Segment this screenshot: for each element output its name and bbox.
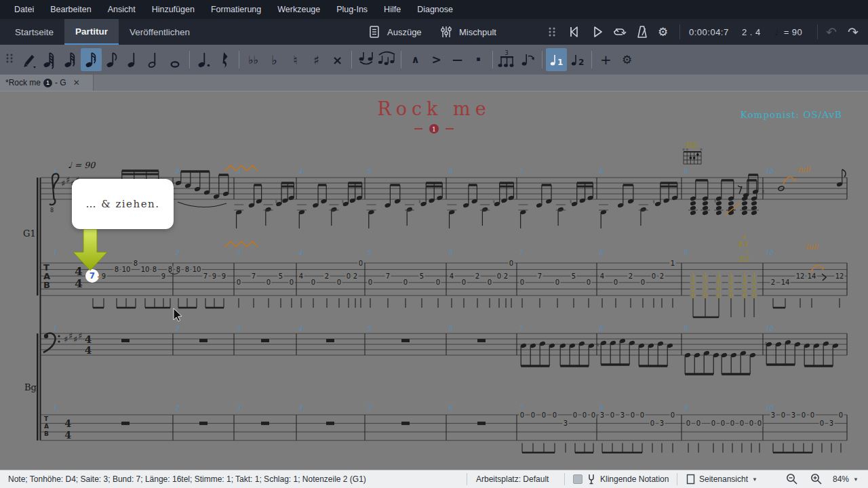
note-input-settings-button[interactable]: ⚙ (616, 48, 637, 71)
chord-diagram: E1ooo (682, 141, 702, 164)
double-sharp-button[interactable]: × (327, 48, 348, 71)
mixer-label: Mischpult (459, 27, 496, 37)
duration-quarter-button[interactable] (123, 48, 144, 71)
bend-label: full (806, 243, 819, 251)
tenuto-button[interactable]: — (447, 48, 468, 71)
svg-text:2: 2 (175, 249, 180, 256)
loop-button[interactable] (612, 19, 627, 45)
slur-button[interactable] (376, 48, 397, 71)
note-input-grip[interactable] (5, 52, 15, 67)
tab-number: 2 (629, 272, 633, 280)
svg-text:7: 7 (519, 167, 524, 175)
selected-note: 79 (85, 269, 107, 283)
tab-number: 0 (740, 420, 744, 427)
score-canvas[interactable]: 1111222233334444555566667777888899991010… (0, 92, 868, 470)
svg-text:o: o (682, 147, 684, 151)
menu-datei[interactable]: Datei (7, 2, 41, 17)
tuplet-button[interactable]: 3 (496, 48, 517, 71)
svg-text:10: 10 (765, 325, 774, 332)
tab-startseite[interactable]: Startseite (4, 19, 64, 45)
augmentation-dot-button[interactable] (193, 48, 214, 71)
marcato-button[interactable]: ∧ (405, 48, 426, 71)
tab-number: 0 (717, 292, 721, 300)
tab-number: 0 (520, 279, 524, 286)
duration-whole-button[interactable] (165, 48, 186, 71)
voice-2-button[interactable]: 2 (567, 48, 588, 71)
play-button[interactable] (590, 19, 605, 45)
svg-text:♮: ♮ (570, 199, 572, 205)
statusbar-separator (677, 473, 677, 485)
tab-number: 0 (820, 420, 824, 427)
menu-bearbeiten[interactable]: Bearbeiten (43, 2, 98, 17)
zoom-out-button[interactable] (785, 470, 799, 488)
playback-grip[interactable] (548, 19, 556, 45)
svg-text:8: 8 (50, 207, 54, 214)
mixer-button[interactable]: Mischpult (438, 19, 496, 45)
excerpts-button[interactable]: Auszüge (366, 19, 422, 45)
duration-half-button[interactable] (144, 48, 165, 71)
menu-formatierung[interactable]: Formatierung (203, 2, 269, 17)
tab-partitur[interactable]: Partitur (64, 19, 119, 45)
metronome-button[interactable] (635, 19, 650, 45)
add-button[interactable]: + (595, 48, 616, 71)
bass-notes: ♮♮ (121, 338, 839, 425)
svg-text:♮: ♮ (714, 198, 716, 205)
voice-1-button[interactable]: 1 (546, 48, 567, 71)
duration-16th-button[interactable] (81, 48, 102, 71)
svg-text:Bg: Bg (24, 382, 37, 392)
tab-number: 0 (640, 411, 644, 419)
rewind-button[interactable] (567, 19, 582, 45)
whole-rest (326, 339, 334, 342)
tab-number: 0 (614, 279, 618, 286)
accent-button[interactable]: > (426, 48, 447, 71)
zoom-in-button[interactable] (810, 470, 823, 488)
zoom-level[interactable]: 84% ▼ (833, 470, 859, 488)
svg-text:1: 1 (692, 143, 695, 148)
tab-number: 0 (631, 411, 635, 419)
playback-tempo[interactable]: ♩ = 90 (774, 19, 802, 45)
menu-werkzeuge[interactable]: Werkzeuge (270, 2, 328, 17)
duration-8th-button[interactable] (102, 48, 123, 71)
tab-number: 2 (660, 272, 664, 280)
note-input-pencil-button[interactable] (18, 48, 39, 71)
rest-button[interactable] (214, 48, 235, 71)
flat-button[interactable]: ♭ (264, 48, 285, 71)
document-tab[interactable]: *Rock me 1 - G ✕ (0, 75, 94, 91)
svg-text:A: A (44, 423, 49, 430)
natural-button[interactable]: ♮ (285, 48, 306, 71)
double-flat-button[interactable]: ♭♭ (243, 48, 264, 71)
sharp-button[interactable]: ♯ (306, 48, 327, 71)
menu-plugins[interactable]: Plug-Ins (329, 2, 375, 17)
tie-button[interactable] (355, 48, 376, 71)
concert-pitch-toggle[interactable]: Klingende Notation (573, 470, 669, 488)
tab-veröffentlichen[interactable]: Veröffentlichen (119, 19, 201, 45)
dash (446, 128, 454, 129)
concert-pitch-checkbox[interactable] (573, 474, 583, 484)
menu-ansicht[interactable]: Ansicht (100, 2, 143, 17)
staccato-button[interactable]: · (468, 48, 489, 71)
undo-button[interactable]: ↶ (826, 19, 837, 45)
playback-settings-button[interactable]: ⚙ (658, 19, 668, 45)
svg-text:B: B (43, 280, 50, 290)
tab-number: 0 (520, 411, 524, 419)
duration-64th-button[interactable] (39, 48, 60, 71)
close-tab-icon[interactable]: ✕ (73, 78, 80, 87)
tab-number: 7 (386, 272, 390, 280)
view-mode-selector[interactable]: Seitenansicht ▼ (686, 470, 757, 488)
composer-text: Komponist: OS/AvB (741, 109, 842, 120)
menu-bar: DateiBearbeitenAnsichtHinzufügenFormatie… (0, 0, 868, 19)
tab-number: 9 (102, 272, 106, 280)
tab-number: 0 (730, 420, 734, 427)
duration-32nd-button[interactable] (60, 48, 81, 71)
svg-text:3: 3 (236, 404, 241, 411)
flip-direction-button[interactable] (517, 48, 538, 71)
vibrato-line (225, 165, 258, 171)
whole-rest (121, 422, 130, 425)
menu-hilfe[interactable]: Hilfe (376, 2, 408, 17)
menu-hinzufgen[interactable]: Hinzufügen (144, 2, 202, 17)
workspace-selector[interactable]: Arbeitsplatz: Default (476, 470, 549, 488)
svg-text:♮: ♮ (597, 342, 599, 348)
redo-button[interactable]: ↷ (848, 19, 859, 45)
tab-number: 14 (808, 272, 816, 280)
menu-diagnose[interactable]: Diagnose (410, 2, 460, 17)
